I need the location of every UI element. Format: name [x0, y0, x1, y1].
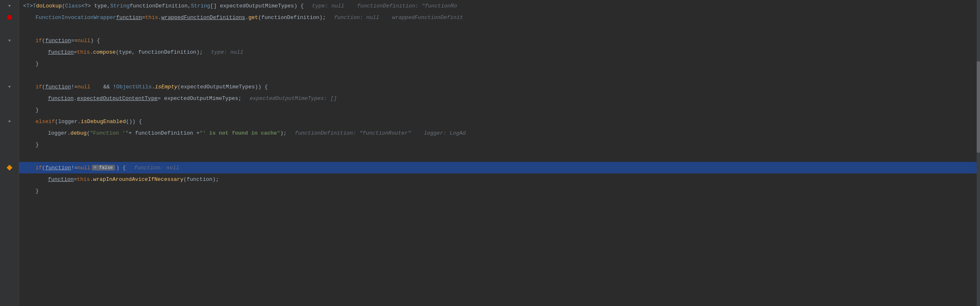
token: && ! [91, 84, 116, 90]
token: compose [93, 49, 116, 55]
token: get [248, 14, 258, 21]
gutter-row-3 [0, 23, 19, 35]
token: != [71, 84, 78, 90]
token: > [30, 3, 33, 9]
token: String [110, 3, 130, 9]
breakpoint-icon-15[interactable] [7, 165, 12, 171]
hint-5: type: null [211, 49, 243, 55]
token: functionDefinition, [130, 3, 191, 9]
gutter-row-12 [0, 127, 19, 139]
token-function: function [45, 38, 71, 44]
token: logger. [48, 130, 71, 136]
gutter-row-11 [0, 116, 19, 127]
token: this [145, 14, 158, 21]
svg-marker-3 [8, 121, 11, 123]
gutter-row-1 [0, 0, 19, 12]
token: . [158, 14, 162, 21]
code-line-8: if (function != null && !ObjectUtils.isE… [19, 81, 980, 93]
scrollbar-track[interactable] [977, 0, 980, 306]
token-function: function [116, 14, 142, 21]
code-line-13: } [19, 139, 980, 150]
gutter-row-15 [0, 162, 19, 173]
code-line-14 [19, 150, 980, 162]
code-line-16: function = this.wrapInAroundAviceIfNeces… [19, 173, 980, 185]
token: <?> type, [81, 3, 110, 9]
gutter-row-10 [0, 104, 19, 116]
token-function: function [48, 176, 74, 183]
code-line-15: if (function != null = false) {function:… [19, 162, 980, 173]
gutter-row-2 [0, 12, 19, 23]
token-function: function [45, 165, 71, 171]
code-line-12: logger.debug("Function '" + functionDefi… [19, 127, 980, 139]
code-line-3 [19, 23, 980, 35]
token: expectedOutputContentType [77, 95, 157, 102]
svg-marker-2 [8, 86, 11, 88]
gutter-row-9 [0, 93, 19, 104]
hint-9: expectedOutputMimeTypes: [] [250, 95, 337, 102]
svg-marker-0 [8, 5, 11, 7]
token: if [36, 84, 42, 90]
token: wrapInAroundAviceIfNecessary [93, 176, 183, 183]
gutter-row-17 [0, 185, 19, 197]
token: ); [280, 130, 287, 136]
gutter-row-14 [0, 150, 19, 162]
hint-2: function: null wrappedFunctionDefinit [334, 14, 463, 21]
token: . [90, 49, 93, 55]
token: == [71, 38, 78, 44]
token: if [36, 38, 42, 44]
fold-icon-8[interactable] [7, 84, 12, 90]
token: wrappedFunctionDefinitions [161, 14, 245, 21]
token: = [142, 14, 145, 21]
token: ( [62, 3, 65, 9]
code-line-10: } [19, 104, 980, 116]
fold-icon-4[interactable] [7, 38, 12, 43]
token-function: function [48, 95, 74, 102]
code-area: <T> T doLookup(Class<?> type, String fun… [19, 0, 980, 306]
token: . [152, 84, 155, 90]
code-line-2: FunctionInvocationWrapper function = thi… [19, 12, 980, 23]
token: else [36, 119, 48, 125]
gutter-row-16 [0, 173, 19, 185]
token: } [36, 188, 39, 194]
token: = [74, 176, 77, 183]
token: } [36, 142, 39, 148]
token: ) { [91, 38, 100, 44]
token: (functionDefinition); [258, 14, 326, 21]
code-line-1: <T> T doLookup(Class<?> type, String fun… [19, 0, 980, 12]
hint-1: type: null functionDefinition: "function… [312, 3, 457, 9]
gutter-row-5 [0, 46, 19, 58]
token: < [23, 3, 26, 9]
token: ( [42, 38, 45, 44]
token: ( [42, 84, 45, 90]
gutter-row-8 [0, 81, 19, 93]
token-function: function [48, 49, 74, 55]
token: = expectedOutputMimeTypes; [157, 95, 241, 102]
token: (function); [184, 176, 219, 183]
token: . [74, 95, 77, 102]
editor-container: <T> T doLookup(Class<?> type, String fun… [0, 0, 980, 306]
code-line-5: function = this.compose(type, functionDe… [19, 46, 980, 58]
code-line-7 [19, 69, 980, 81]
token: [] expectedOutputMimeTypes) { [210, 3, 304, 9]
token: ()) { [126, 119, 142, 125]
token: + functionDefinition + [129, 130, 200, 136]
token: String [191, 3, 210, 9]
token: isEmpty [155, 84, 178, 90]
scrollbar-thumb[interactable] [977, 61, 980, 153]
fold-icon-11[interactable] [7, 119, 12, 124]
token-function: function [45, 84, 71, 90]
token: debug [71, 130, 87, 136]
token: this [77, 176, 90, 183]
token: ( [42, 165, 45, 171]
token: null [77, 84, 90, 90]
fold-icon-1[interactable] [7, 3, 12, 9]
token: . [90, 176, 93, 183]
error-icon-2 [7, 14, 12, 20]
svg-marker-1 [8, 40, 11, 42]
token: ( [87, 130, 90, 136]
token: . [245, 14, 248, 21]
token: ) { [116, 165, 126, 171]
token: isDebugEnabled [81, 119, 126, 125]
token: if [48, 119, 55, 125]
token: } [36, 61, 39, 67]
